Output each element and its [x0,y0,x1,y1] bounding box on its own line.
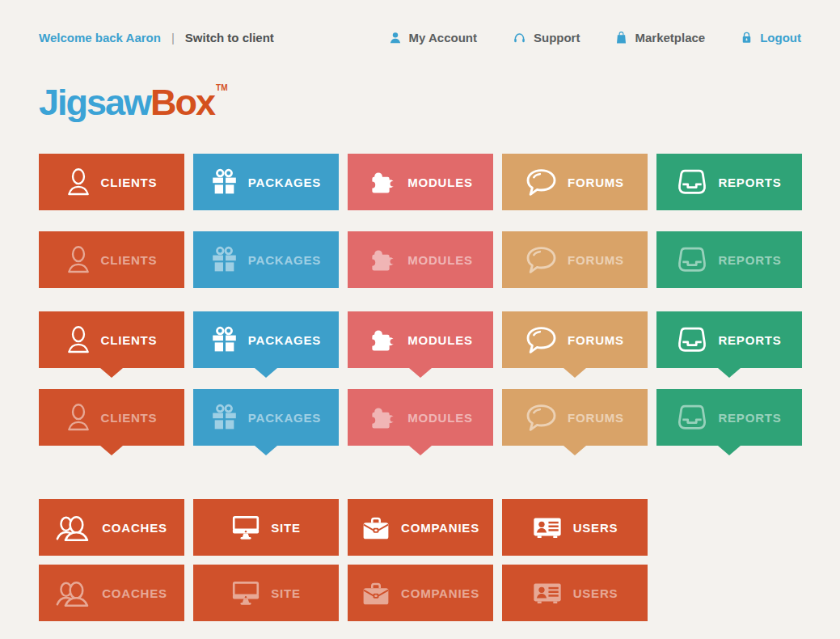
button-label: MODULES [407,333,473,347]
button-label: CLIENTS [101,253,158,267]
button-content: FORUMS [526,326,624,354]
packages-button-active-faded[interactable]: PACKAGES [193,389,339,446]
inbox-tray-icon [677,168,707,196]
marketplace-link[interactable]: Marketplace [615,31,705,44]
button-content: CLIENTS [66,245,158,274]
button-label: MODULES [407,411,473,425]
button-content: SITE [231,514,301,541]
person-icon [66,245,91,274]
button-row-admin-faded: COACHESSITECOMPANIESUSERS [39,565,840,621]
button-label: REPORTS [718,411,781,425]
coaches-button-faded[interactable]: COACHES [39,565,184,621]
gift-icon [211,168,238,197]
button-label: COACHES [102,521,167,535]
button-label: PACKAGES [248,176,321,189]
modules-button-active-faded[interactable]: MODULES [348,389,493,446]
button-content: REPORTS [677,168,781,196]
button-label: COACHES [102,586,167,600]
clients-button-faded[interactable]: CLIENTS [39,231,184,288]
button-content: REPORTS [677,404,781,431]
users-button-faded[interactable]: USERS [502,565,648,621]
switch-to-client-link[interactable]: Switch to client [185,31,274,44]
reports-button-faded[interactable]: REPORTS [656,231,802,288]
briefcase-icon [361,514,390,541]
active-caret [718,368,741,378]
inbox-tray-icon [677,404,707,431]
clients-button-active[interactable]: CLIENTS [39,311,184,368]
button-label: COMPANIES [401,586,479,600]
forums-button[interactable]: FORUMS [502,154,648,210]
inbox-tray-icon [677,246,707,273]
users-button[interactable]: USERS [502,499,648,556]
active-caret [564,446,586,455]
briefcase-icon [361,579,390,607]
support-link[interactable]: Support [513,31,580,44]
packages-button[interactable]: PACKAGES [193,154,339,210]
welcome-link[interactable]: Welcome back Aaron [39,31,161,44]
modules-button[interactable]: MODULES [348,154,493,210]
button-label: FORUMS [568,333,624,347]
button-row-admin-default: COACHESSITECOMPANIESUSERS [39,499,840,556]
support-label: Support [534,31,580,44]
button-content: COMPANIES [361,514,479,541]
person-icon [66,167,91,197]
puzzle-icon [368,168,397,196]
button-content: MODULES [368,326,473,353]
button-content: CLIENTS [66,403,158,432]
clients-button-active-faded[interactable]: CLIENTS [39,389,184,446]
id-card-icon [532,514,563,541]
modules-button-faded[interactable]: MODULES [348,231,493,288]
companies-button[interactable]: COMPANIES [348,499,493,556]
reports-button-active[interactable]: REPORTS [656,311,802,368]
active-caret [409,446,432,455]
button-grid: CLIENTSPACKAGESMODULESFORUMSREPORTSCLIEN… [39,154,840,621]
button-content: PACKAGES [211,404,321,432]
forums-button-active[interactable]: FORUMS [502,311,648,368]
headset-icon [513,32,526,44]
my-account-link[interactable]: My Account [389,31,477,44]
speech-bubble-icon [526,168,557,197]
button-content: FORUMS [526,168,624,197]
button-label: SITE [271,586,301,600]
puzzle-icon [368,246,397,273]
button-content: COACHES [56,513,167,542]
site-button-faded[interactable]: SITE [193,565,339,621]
button-content: CLIENTS [66,167,158,197]
button-content: MODULES [368,168,473,196]
bag-icon [615,31,627,44]
button-content: PACKAGES [211,168,321,197]
button-label: USERS [573,521,618,535]
people-icon [56,513,91,542]
active-caret [255,368,277,378]
gift-icon [211,326,238,354]
coaches-button[interactable]: COACHES [39,499,184,556]
reports-button[interactable]: REPORTS [656,154,802,210]
packages-button-active[interactable]: PACKAGES [193,311,339,368]
button-content: COMPANIES [361,579,479,607]
puzzle-icon [368,326,397,353]
button-content: USERS [532,579,618,607]
person-icon [66,403,91,432]
speech-bubble-icon [526,246,557,274]
button-content: USERS [532,514,618,541]
button-content: FORUMS [526,246,624,274]
top-bar: Welcome back Aaron | Switch to client My… [0,0,840,44]
reports-button-active-faded[interactable]: REPORTS [656,389,802,446]
button-label: FORUMS [568,253,624,267]
clients-button[interactable]: CLIENTS [39,154,184,210]
button-content: CLIENTS [66,325,158,354]
button-label: REPORTS [718,253,781,267]
modules-button-active[interactable]: MODULES [348,311,493,368]
logout-link[interactable]: Logout [741,31,801,44]
button-row-main-faded: CLIENTSPACKAGESMODULESFORUMSREPORTS [39,231,840,288]
lock-icon [741,31,753,44]
logo: JigsawBoxTM [39,69,840,121]
user-icon [389,32,402,44]
packages-button-faded[interactable]: PACKAGES [193,231,339,288]
site-button[interactable]: SITE [193,499,339,556]
forums-button-active-faded[interactable]: FORUMS [502,389,648,446]
speech-bubble-icon [526,404,557,432]
button-content: MODULES [368,246,473,273]
companies-button-faded[interactable]: COMPANIES [348,565,493,621]
forums-button-faded[interactable]: FORUMS [502,231,648,288]
